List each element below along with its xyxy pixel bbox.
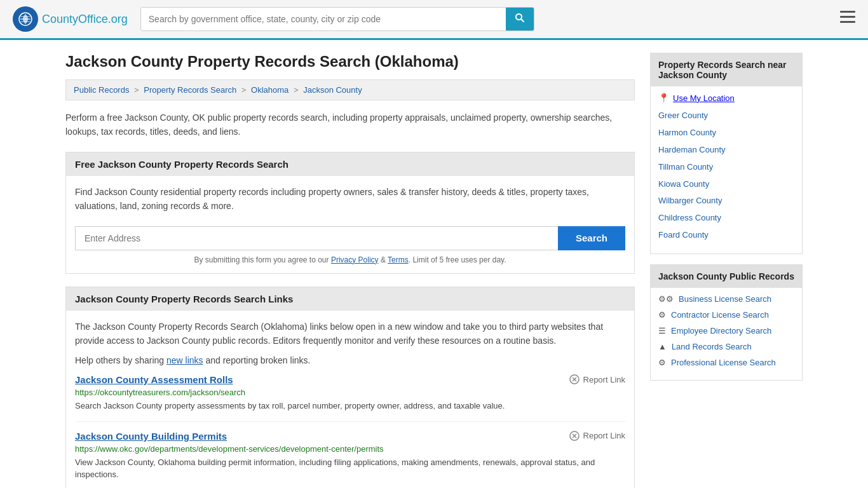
land-records-link[interactable]: Land Records Search (672, 342, 752, 351)
record-desc-2: View Jackson County, Oklahoma building p… (75, 456, 625, 481)
nearby-county-3[interactable]: Tillman County (658, 162, 794, 173)
report-link-1[interactable]: Report Link (569, 374, 625, 384)
main-content: Jackson County Property Records Search (… (65, 53, 635, 488)
svg-rect-5 (840, 21, 855, 23)
address-input[interactable] (75, 226, 558, 250)
breadcrumb-oklahoma[interactable]: Oklahoma (251, 85, 288, 95)
nearby-section: Property Records Search near Jackson Cou… (650, 53, 803, 254)
use-location-btn[interactable]: 📍 Use My Location (658, 93, 794, 103)
public-record-3: ▲ Land Records Search (658, 342, 794, 351)
header-search-bar[interactable] (140, 7, 534, 31)
nearby-county-0[interactable]: Greer County (658, 111, 794, 121)
links-section: Jackson County Property Records Search L… (65, 287, 635, 488)
breadcrumb-property-records[interactable]: Property Records Search (144, 85, 236, 95)
header-search-input[interactable] (141, 8, 506, 30)
public-records-body: ⚙⚙ Business License Search ⚙ Contractor … (651, 288, 802, 380)
report-icon-1 (569, 374, 580, 384)
header-search-button[interactable] (506, 8, 534, 30)
nearby-county-5[interactable]: Wilbarger County (658, 196, 794, 207)
employee-directory-link[interactable]: Employee Directory Search (671, 326, 771, 336)
record-item-1: Jackson County Assessment Rolls Report L… (75, 365, 625, 422)
header: CountyOffice.org (0, 0, 868, 40)
new-links-link[interactable]: new links (166, 355, 203, 365)
employee-directory-icon: ☰ (658, 326, 666, 336)
address-search-button[interactable]: Search (558, 226, 625, 250)
free-search-section: Free Jackson County Property Records Sea… (65, 152, 635, 274)
business-license-icon: ⚙⚙ (658, 294, 674, 304)
svg-rect-4 (840, 16, 855, 18)
breadcrumb-public-records[interactable]: Public Records (74, 85, 129, 95)
contractor-license-icon: ⚙ (658, 310, 666, 320)
record-item-1-header: Jackson County Assessment Rolls Report L… (75, 374, 625, 385)
professional-license-link[interactable]: Professional License Search (671, 358, 776, 367)
record-item-2-header: Jackson County Building Permits Report L… (75, 431, 625, 442)
public-record-4: ⚙ Professional License Search (658, 358, 794, 367)
svg-rect-3 (840, 11, 855, 13)
links-description: The Jackson County Property Records Sear… (75, 320, 625, 348)
nearby-county-4[interactable]: Kiowa County (658, 179, 794, 190)
free-search-description: Find Jackson County residential property… (75, 185, 625, 214)
business-license-link[interactable]: Business License Search (679, 294, 771, 304)
links-body: The Jackson County Property Records Sear… (66, 311, 634, 488)
nearby-county-1[interactable]: Harmon County (658, 128, 794, 139)
public-records-heading: Jackson County Public Records (651, 265, 802, 288)
record-desc-1: Search Jackson County property assessmen… (75, 400, 625, 412)
record-url-2: https://www.okc.gov/departments/developm… (75, 444, 625, 454)
use-location-link[interactable]: Use My Location (673, 93, 735, 103)
breadcrumb-sep-2: > (241, 85, 248, 95)
share-text: Help others by sharing new links and rep… (75, 355, 625, 365)
links-heading: Jackson County Property Records Search L… (66, 287, 634, 311)
breadcrumb-sep-3: > (294, 85, 301, 95)
privacy-policy-link[interactable]: Privacy Policy (331, 255, 379, 264)
nearby-county-2[interactable]: Hardeman County (658, 145, 794, 156)
public-record-0: ⚙⚙ Business License Search (658, 294, 794, 304)
public-record-2: ☰ Employee Directory Search (658, 326, 794, 336)
record-title-1[interactable]: Jackson County Assessment Rolls (75, 374, 233, 385)
breadcrumb-sep-1: > (134, 85, 141, 95)
logo[interactable]: CountyOffice.org (13, 6, 128, 32)
nearby-body: 📍 Use My Location Greer County Harmon Co… (651, 86, 802, 254)
breadcrumb: Public Records > Property Records Search… (65, 79, 635, 100)
nearby-county-7[interactable]: Foard County (658, 230, 794, 241)
professional-license-icon: ⚙ (658, 358, 666, 367)
location-pin-icon: 📍 (658, 93, 669, 103)
sidebar: Property Records Search near Jackson Cou… (650, 53, 803, 488)
land-records-icon: ▲ (658, 342, 667, 351)
report-link-2[interactable]: Report Link (569, 431, 625, 441)
free-search-body: Find Jackson County residential property… (66, 176, 634, 273)
svg-line-2 (521, 19, 524, 22)
nearby-heading: Property Records Search near Jackson Cou… (651, 53, 802, 86)
logo-icon (13, 6, 38, 32)
contractor-license-link[interactable]: Contractor License Search (671, 310, 769, 320)
breadcrumb-jackson-county[interactable]: Jackson County (303, 85, 362, 95)
page-container: Jackson County Property Records Search (… (53, 40, 815, 488)
report-icon-2 (569, 431, 580, 441)
record-title-2[interactable]: Jackson County Building Permits (75, 431, 227, 442)
page-title: Jackson County Property Records Search (… (65, 53, 635, 71)
public-records-section: Jackson County Public Records ⚙⚙ Busines… (650, 264, 803, 381)
page-description: Perform a free Jackson County, OK public… (65, 111, 635, 139)
logo-text: CountyOffice.org (42, 13, 128, 26)
terms-link[interactable]: Terms (388, 255, 409, 264)
record-item-2: Jackson County Building Permits Report L… (75, 422, 625, 488)
hamburger-menu[interactable] (840, 11, 855, 27)
form-note: By submitting this form you agree to our… (75, 255, 625, 264)
nearby-county-6[interactable]: Childress County (658, 213, 794, 224)
record-url-1: https://okcountytreasurers.com/jackson/s… (75, 388, 625, 397)
public-record-1: ⚙ Contractor License Search (658, 310, 794, 320)
address-search-form: Search (75, 226, 625, 250)
free-search-heading: Free Jackson County Property Records Sea… (66, 152, 634, 176)
